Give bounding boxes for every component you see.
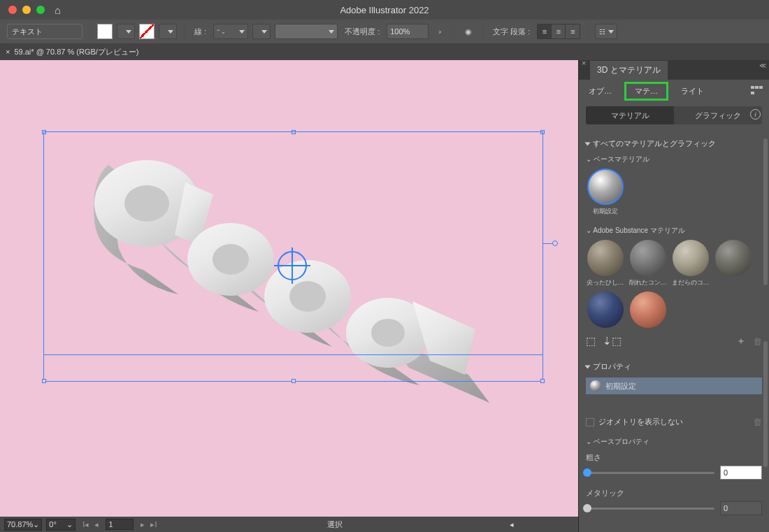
- center-target-icon[interactable]: [274, 247, 310, 284]
- add-material-cube-icon[interactable]: ⬚: [586, 335, 596, 347]
- material-substance-2[interactable]: 削れたコン…: [628, 240, 667, 287]
- adobe-substance-header[interactable]: Adobe Substance マテリアル: [586, 226, 762, 236]
- current-material-row[interactable]: 初期設定: [586, 378, 762, 394]
- panel-body: すべてのマテリアルとグラフィック ベースマテリアル 初期設定 Adobe Sub…: [579, 124, 769, 532]
- metallic-label: メタリック: [586, 488, 762, 498]
- material-default[interactable]: 初期設定: [586, 168, 624, 216]
- panel-tab-row: × 3D とマテリアル ≪: [579, 60, 769, 80]
- rotation-field[interactable]: 0°⌄: [46, 519, 76, 531]
- metallic-value-input[interactable]: 0: [720, 501, 762, 515]
- stroke-weight-stepper[interactable]: ⌃⌄: [213, 24, 248, 39]
- roughness-value-input[interactable]: 0: [720, 466, 762, 480]
- subtab-materials-active[interactable]: マテリアル: [586, 106, 674, 124]
- opacity-label: 不透明度 :: [345, 27, 380, 37]
- control-toolbar: 線 : ⌃⌄ 不透明度 : 100% › ◉ 文字 段落 : ≡ ≡ ≡ ☷: [0, 20, 769, 43]
- mini-sphere-icon: [590, 380, 601, 391]
- artboard-number-input[interactable]: 1: [106, 519, 134, 530]
- info-icon[interactable]: i: [750, 109, 761, 120]
- material-substance-1[interactable]: 尖ったひし…: [586, 240, 624, 287]
- first-artboard-button[interactable]: I◂: [80, 519, 92, 530]
- tab-materials-highlighted[interactable]: マテ…: [624, 82, 668, 101]
- material-substance-6[interactable]: [628, 292, 667, 328]
- brush-dropdown[interactable]: [275, 24, 338, 39]
- document-tab-bar: × 59.ai* @ 70.87 % (RGB/プレビュー): [0, 43, 769, 60]
- material-substance-5[interactable]: [586, 292, 624, 328]
- base-props-header[interactable]: ベースプロパティ: [586, 437, 762, 447]
- panel-category-tabs: オブ… マテ… ライト: [579, 80, 769, 102]
- show-geometry-checkbox[interactable]: [586, 418, 594, 426]
- text-name-input[interactable]: [7, 24, 82, 39]
- close-tab-button[interactable]: ×: [6, 48, 10, 56]
- roughness-label: 粗さ: [586, 452, 762, 463]
- fill-swatch[interactable]: [97, 24, 113, 39]
- tab-light[interactable]: ライト: [681, 86, 704, 96]
- bounding-box-inner: [43, 131, 543, 355]
- opacity-input[interactable]: 100%: [387, 24, 429, 39]
- app-title: Adobe Illustrator 2022: [340, 5, 429, 15]
- artboard-nav: I◂ ◂: [80, 519, 101, 530]
- align-center-button[interactable]: ≡: [552, 24, 566, 38]
- subtab-graphics[interactable]: グラフィック: [674, 106, 762, 124]
- artboard-canvas[interactable]: [0, 60, 578, 517]
- status-scroll-left-icon[interactable]: ◂: [510, 520, 514, 529]
- stroke-swatch[interactable]: [139, 24, 154, 39]
- section-properties[interactable]: プロパティ: [586, 361, 762, 372]
- panel-collapse-icon[interactable]: ≪: [759, 62, 765, 69]
- bbox-handle-se[interactable]: [540, 379, 545, 383]
- add-button[interactable]: ＋: [736, 335, 746, 347]
- status-bar: 70.87%⌄ 0°⌄ I◂ ◂ 1 ▸ ▸I 選択 ◂: [0, 517, 578, 532]
- status-center-label: 選択: [327, 519, 343, 530]
- recolor-icon[interactable]: ◉: [461, 24, 475, 38]
- char-paragraph-label: 文字 段落 :: [493, 27, 530, 37]
- maximize-window-button[interactable]: [36, 6, 45, 14]
- home-icon[interactable]: ⌂: [55, 4, 61, 16]
- bbox-handle-sw[interactable]: [42, 379, 46, 383]
- fill-dropdown[interactable]: [117, 24, 135, 39]
- window-titlebar: ⌂ Adobe Illustrator 2022: [0, 0, 769, 20]
- panel-close-icon[interactable]: ×: [582, 59, 586, 67]
- rotation-handle[interactable]: [552, 240, 558, 246]
- canvas-area: 70.87%⌄ 0°⌄ I◂ ◂ 1 ▸ ▸I 選択 ◂: [0, 60, 578, 532]
- document-tab[interactable]: 59.ai* @ 70.87 % (RGB/プレビュー): [14, 47, 138, 57]
- minimize-window-button[interactable]: [22, 6, 31, 14]
- metallic-slider[interactable]: [586, 508, 714, 510]
- stroke-dropdown[interactable]: [159, 24, 177, 39]
- show-geometry-label: ジオメトリを表示しない: [598, 417, 683, 427]
- paragraph-align-group: ≡ ≡ ≡: [537, 24, 580, 39]
- panel-title-tab[interactable]: 3D とマテリアル: [590, 61, 668, 80]
- bbox-handle-s[interactable]: [292, 379, 296, 383]
- delete-geometry-icon[interactable]: 🗑: [753, 417, 762, 427]
- align-left-button[interactable]: ≡: [538, 24, 552, 38]
- material-substance-3[interactable]: まだらのコ…: [671, 240, 710, 287]
- close-window-button[interactable]: [8, 6, 17, 14]
- zoom-field[interactable]: 70.87%⌄: [4, 519, 42, 531]
- import-material-icon[interactable]: ⇣⬚: [603, 335, 621, 347]
- align-right-button[interactable]: ≡: [566, 24, 580, 38]
- next-artboard-button[interactable]: ▸: [138, 519, 148, 530]
- delete-material-icon[interactable]: 🗑: [753, 336, 762, 347]
- base-materials-header[interactable]: ベースマテリアル: [586, 154, 762, 164]
- materials-scrollbar[interactable]: [763, 138, 768, 285]
- materials-subtabs: マテリアル グラフィック: [586, 106, 762, 124]
- traffic-lights: [0, 6, 45, 14]
- panel-view-grid-icon[interactable]: [751, 86, 763, 96]
- section-all-materials[interactable]: すべてのマテリアルとグラフィック: [586, 138, 762, 149]
- prev-artboard-button[interactable]: ◂: [92, 519, 101, 530]
- stroke-label: 線 :: [194, 27, 206, 37]
- material-substance-4[interactable]: [714, 240, 752, 287]
- properties-scrollbar[interactable]: [763, 341, 768, 467]
- materials-panel: × 3D とマテリアル ≪ オブ… マテ… ライト マテリアル グラフィック i…: [578, 60, 769, 532]
- list-dropdown[interactable]: ☷: [595, 24, 617, 39]
- artboard-nav-fwd: ▸ ▸I: [138, 519, 159, 530]
- roughness-slider[interactable]: [586, 472, 714, 474]
- opacity-dropdown[interactable]: ›: [433, 24, 447, 38]
- last-artboard-button[interactable]: ▸I: [148, 519, 159, 530]
- material-sphere-default: [587, 168, 624, 205]
- tab-object[interactable]: オブ…: [589, 86, 612, 96]
- variable-width-dropdown[interactable]: [252, 24, 271, 39]
